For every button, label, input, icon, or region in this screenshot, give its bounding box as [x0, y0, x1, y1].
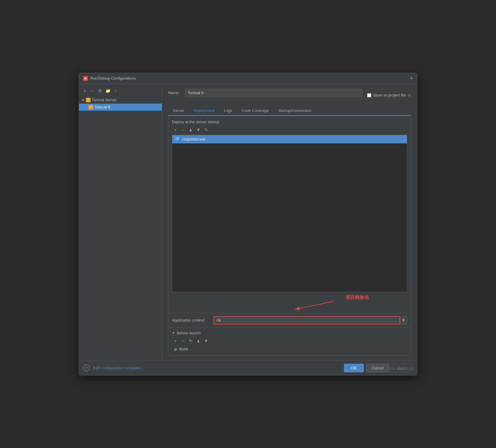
tomcat9-label: Tomcat 9 — [94, 105, 110, 109]
add-deploy-button[interactable]: + — [172, 126, 179, 133]
war-icon: W — [175, 137, 180, 142]
deploy-section-label: Deploy at the server startup — [172, 120, 407, 124]
down-before-button[interactable]: ▼ — [203, 338, 209, 344]
name-row-wrapper: Name: Store as project file ⚙ — [168, 89, 411, 102]
run-debug-dialog: ▶ Run/Debug Configurations × + − ⧉ 📁 ↕ ▼… — [79, 73, 417, 376]
deploy-item-response-war[interactable]: W response:war — [172, 135, 407, 143]
remove-deploy-button[interactable]: − — [180, 126, 186, 133]
tomcat-server-group[interactable]: ▼ T Tomcat Server — [79, 96, 162, 104]
up-deploy-button[interactable]: ▲ — [187, 126, 194, 133]
dialog-title: Run/Debug Configurations — [90, 76, 136, 80]
annotation-arrow — [286, 297, 345, 312]
before-launch-toolbar: + − ✎ ▲ ▼ — [172, 338, 407, 344]
app-context-input[interactable] — [214, 316, 400, 324]
content-area: Deploy at the server startup + − ▲ ▼ ✎ W… — [168, 116, 411, 356]
build-icon: ▶ — [174, 347, 178, 352]
up-before-button[interactable]: ▲ — [195, 338, 202, 344]
tab-startup-connection[interactable]: Startup/Connection — [274, 106, 316, 116]
store-row: Store as project file ⚙ — [367, 93, 411, 97]
name-input[interactable] — [185, 89, 362, 97]
copy-config-button[interactable]: ⧉ — [97, 88, 103, 94]
store-checkbox[interactable] — [367, 93, 371, 97]
deploy-item-label: response:war — [182, 137, 206, 141]
help-button[interactable]: ? — [83, 365, 90, 371]
deploy-list: W response:war — [172, 135, 407, 292]
tomcat9-item[interactable]: T Tomcat 9 — [79, 104, 162, 111]
tab-code-coverage[interactable]: Code Coverage — [237, 106, 274, 116]
sidebar: + − ⧉ 📁 ↕ ▼ T Tomcat Server T Tomcat 9 — [79, 84, 162, 360]
deploy-section: Deploy at the server startup + − ▲ ▼ ✎ W… — [168, 116, 411, 292]
folder-config-button[interactable]: 📁 — [105, 88, 111, 94]
title-bar: ▶ Run/Debug Configurations × — [79, 73, 417, 84]
edit-templates-link[interactable]: Edit configuration templates... — [93, 366, 144, 370]
main-panel: Name: Store as project file ⚙ Server Dep… — [162, 84, 417, 360]
tomcat-group-icon: T — [86, 98, 91, 102]
run-icon: ▶ — [83, 76, 88, 81]
name-row: Name: — [168, 89, 362, 97]
app-context-input-wrapper: ▼ — [214, 316, 407, 324]
app-context-dropdown[interactable]: ▼ — [400, 316, 407, 324]
collapse-icon[interactable]: ▼ — [172, 331, 175, 335]
tree-section: ▼ T Tomcat Server T Tomcat 9 — [79, 96, 162, 111]
tomcat9-icon: T — [89, 105, 93, 110]
store-gear-icon[interactable]: ⚙ — [408, 93, 411, 97]
name-label: Name: — [168, 91, 181, 95]
tab-server[interactable]: Server — [168, 106, 189, 116]
add-before-button[interactable]: + — [172, 338, 179, 344]
build-label: Build — [179, 347, 188, 351]
deploy-toolbar: + − ▲ ▼ ✎ — [172, 126, 407, 133]
remove-config-button[interactable]: − — [89, 88, 96, 94]
expand-icon: ▼ — [81, 98, 85, 102]
dialog-body: + − ⧉ 📁 ↕ ▼ T Tomcat Server T Tomcat 9 — [79, 84, 417, 360]
before-launch-section: ▼ Before launch + − ✎ ▲ ▼ ▶ Build — [168, 327, 411, 355]
down-deploy-button[interactable]: ▼ — [195, 126, 202, 133]
sort-config-button[interactable]: ↕ — [112, 88, 119, 94]
bottom-left: ? Edit configuration templates... — [83, 365, 144, 371]
before-launch-label: Before launch — [177, 331, 200, 335]
edit-deploy-button[interactable]: ✎ — [203, 126, 209, 133]
before-launch-header: ▼ Before launch — [172, 331, 407, 335]
ok-button[interactable]: OK — [344, 364, 364, 372]
before-launch-item-build[interactable]: ▶ Build — [172, 346, 407, 352]
svg-line-1 — [295, 301, 334, 309]
add-config-button[interactable]: + — [81, 88, 88, 94]
close-button[interactable]: × — [410, 76, 413, 81]
remove-before-button[interactable]: − — [180, 338, 186, 344]
store-label: Store as project file — [373, 93, 406, 97]
edit-before-button[interactable]: ✎ — [187, 338, 194, 344]
sidebar-toolbar: + − ⧉ 📁 ↕ — [79, 86, 162, 96]
app-context-label: Application context — [172, 318, 211, 322]
app-context-row: Application context ▼ — [168, 313, 411, 327]
annotation-label: 项目映射名 — [345, 295, 369, 301]
tab-deployment[interactable]: Deployment — [189, 106, 219, 116]
annotation-area: 项目映射名 — [168, 292, 411, 313]
watermark: CSDN @极致之路 — [386, 367, 413, 371]
title-bar-left: ▶ Run/Debug Configurations — [83, 76, 136, 81]
tabs-bar: Server Deployment Logs Code Coverage Sta… — [168, 106, 411, 116]
bottom-bar: ? Edit configuration templates... OK Can… — [79, 360, 417, 375]
tomcat-server-label: Tomcat Server — [92, 98, 117, 102]
tab-logs[interactable]: Logs — [219, 106, 237, 116]
